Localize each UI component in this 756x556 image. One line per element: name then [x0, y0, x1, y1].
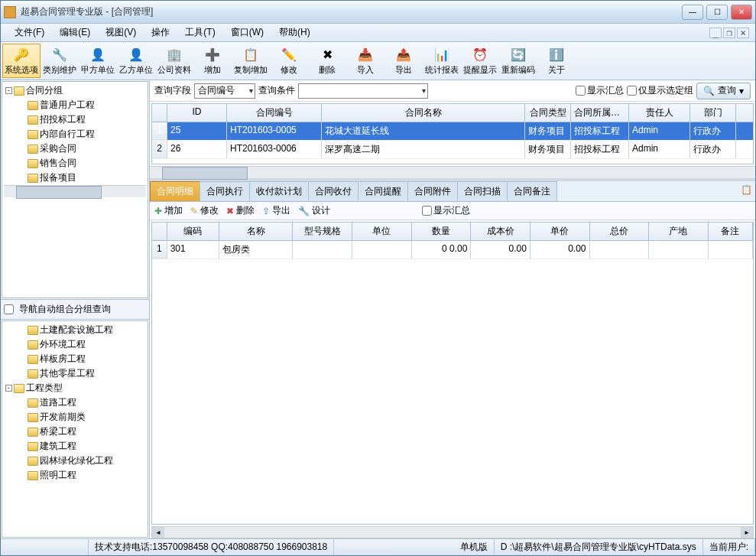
tree-item[interactable]: 开发前期类	[4, 410, 146, 424]
tool-5[interactable]: ➕增加	[193, 44, 232, 78]
tool-3[interactable]: 👤乙方单位	[117, 44, 155, 78]
tree-item[interactable]: 土建配套设施工程	[4, 323, 146, 337]
tree-item[interactable]: 外环境工程	[4, 337, 146, 352]
table-row[interactable]: 1 301 包房类 0 0.00 0.00 0.00	[152, 241, 753, 259]
contracts-grid[interactable]: ID 合同编号 合同名称 合同类型 合同所属分组 责任人 部门 1 25 HT2…	[151, 103, 754, 164]
search-button[interactable]: 🔍查询 ▾	[696, 83, 751, 99]
tree-item[interactable]: 其他零星工程	[4, 366, 146, 381]
col-num[interactable]: 合同编号	[227, 104, 322, 122]
tree-item[interactable]: 报备项目	[4, 171, 146, 185]
tree-root-eng-type[interactable]: - 工程类型	[4, 381, 146, 395]
menu-edit[interactable]: 编辑(E)	[52, 24, 98, 41]
mdi-close[interactable]: ×	[737, 28, 749, 38]
folder-icon	[28, 471, 38, 480]
tree-item[interactable]: 道路工程	[4, 395, 146, 410]
tool-14[interactable]: ℹ️关于	[537, 44, 576, 78]
tree-item[interactable]: 销售合同	[4, 156, 146, 171]
tab-3[interactable]: 合同收付	[308, 181, 359, 201]
dcol-spec[interactable]: 型号规格	[293, 223, 352, 240]
mdi-restore[interactable]: ❐	[723, 28, 735, 38]
tab-2[interactable]: 收付款计划	[249, 181, 309, 201]
tool-label: 乙方单位	[119, 64, 153, 76]
dcol-origin[interactable]: 产地	[649, 223, 709, 240]
tool-9[interactable]: 📥导入	[346, 44, 384, 78]
tree-item[interactable]: 建筑工程	[4, 439, 146, 454]
tool-4[interactable]: 🏢公司资料	[155, 44, 193, 78]
search-field-combo[interactable]: 合同编号	[194, 83, 255, 99]
table-row[interactable]: 1 25 HT201603-0005 花城大道延长线 财务项目 招投标工程 Ad…	[152, 122, 753, 141]
tree-item[interactable]: 桥梁工程	[4, 424, 146, 439]
detail-export[interactable]: ⇪导出	[262, 204, 290, 217]
close-button[interactable]: ✕	[731, 5, 752, 20]
tree-label: 内部自行工程	[40, 128, 95, 141]
tab-6[interactable]: 合同扫描	[457, 181, 508, 201]
dcol-unit[interactable]: 单位	[352, 223, 412, 240]
tree-item[interactable]: 采购合同	[4, 141, 146, 156]
detail-edit[interactable]: ✎修改	[190, 204, 219, 217]
mdi-minimize[interactable]: _	[709, 28, 722, 38]
dcol-cost[interactable]: 成本价	[471, 223, 530, 240]
tool-0[interactable]: 🔑系统选项	[2, 44, 41, 78]
menu-file[interactable]: 文件(F)	[7, 24, 52, 41]
menu-tool[interactable]: 工具(T)	[177, 24, 222, 41]
detail-hscroll[interactable]	[151, 526, 754, 538]
detail-delete[interactable]: ✖删除	[226, 204, 255, 217]
tab-7[interactable]: 合同备注	[507, 181, 557, 201]
dcol-name[interactable]: 名称	[219, 223, 294, 240]
tab-4[interactable]: 合同提醒	[358, 181, 408, 201]
tree-item[interactable]: 招投标工程	[4, 112, 146, 127]
dcol-code[interactable]: 编码	[167, 223, 219, 240]
only-selected-check[interactable]: 仅显示选定组	[627, 84, 693, 97]
table-row[interactable]: 2 26 HT201603-0006 深罗高速二期 财务项目 招投标工程 Adm…	[152, 141, 753, 159]
menu-operate[interactable]: 操作	[144, 24, 177, 41]
detail-add[interactable]: ✚增加	[154, 204, 183, 217]
tool-8[interactable]: ✖删除	[308, 44, 346, 78]
tool-2[interactable]: 👤甲方单位	[79, 44, 117, 78]
tool-6[interactable]: 📋复制增加	[232, 44, 270, 78]
tree-item[interactable]: 样板房工程	[4, 352, 146, 366]
search-cond-combo[interactable]	[298, 83, 428, 99]
tool-7[interactable]: ✏️修改	[270, 44, 308, 78]
dcol-qty[interactable]: 数量	[412, 223, 472, 240]
folder-icon	[28, 457, 38, 466]
show-summary-check[interactable]: 显示汇总	[576, 84, 624, 97]
tool-12[interactable]: ⏰提醒显示	[461, 44, 499, 78]
collapse-icon[interactable]: -	[5, 385, 12, 392]
col-id[interactable]: ID	[167, 104, 227, 122]
menu-view[interactable]: 视图(V)	[98, 24, 144, 41]
tool-11[interactable]: 📊统计报表	[423, 44, 461, 78]
col-resp[interactable]: 责任人	[629, 104, 690, 122]
col-dept[interactable]: 部门	[690, 104, 736, 122]
dcol-total[interactable]: 总价	[590, 223, 650, 240]
tool-10[interactable]: 📤导出	[384, 44, 423, 78]
detail-show-summary[interactable]: 显示汇总	[422, 204, 470, 217]
tab-5[interactable]: 合同附件	[407, 181, 458, 201]
tool-icon: 📋	[242, 46, 259, 63]
tab-overflow-icon[interactable]: 📋	[738, 181, 755, 201]
menu-help[interactable]: 帮助(H)	[271, 24, 318, 41]
tab-1[interactable]: 合同执行	[200, 181, 250, 201]
menu-window[interactable]: 窗口(W)	[223, 24, 271, 41]
tree-hscroll[interactable]	[4, 185, 146, 197]
tree-root-contract-group[interactable]: - 合同分组	[4, 83, 146, 98]
dcol-note[interactable]: 备注	[709, 223, 753, 240]
tree-item[interactable]: 内部自行工程	[4, 127, 146, 141]
tree-item[interactable]: 普通用户工程	[4, 98, 146, 112]
detail-grid[interactable]: 编码 名称 型号规格 单位 数量 成本价 单价 总价 产地 备注 1 301 包…	[151, 222, 754, 525]
tab-0[interactable]: 合同明细	[150, 181, 200, 201]
tool-13[interactable]: 🔄重新编码	[499, 44, 537, 78]
grid-hscroll[interactable]	[150, 166, 755, 178]
nav-auto-group-checkbox[interactable]	[4, 304, 14, 314]
col-type[interactable]: 合同类型	[525, 104, 571, 122]
col-group[interactable]: 合同所属分组	[571, 104, 629, 122]
collapse-icon[interactable]: -	[5, 87, 12, 94]
tree-item[interactable]: 园林绿化绿化工程	[4, 454, 146, 468]
detail-design[interactable]: 🔧设计	[298, 204, 330, 217]
col-name[interactable]: 合同名称	[322, 104, 525, 122]
tree-item[interactable]: 照明工程	[4, 468, 146, 483]
minimize-button[interactable]: —	[682, 5, 703, 20]
dcol-price[interactable]: 单价	[530, 223, 590, 240]
maximize-button[interactable]: ☐	[706, 5, 728, 20]
folder-icon	[28, 398, 38, 408]
tool-1[interactable]: 🔧类别维护	[41, 44, 79, 78]
